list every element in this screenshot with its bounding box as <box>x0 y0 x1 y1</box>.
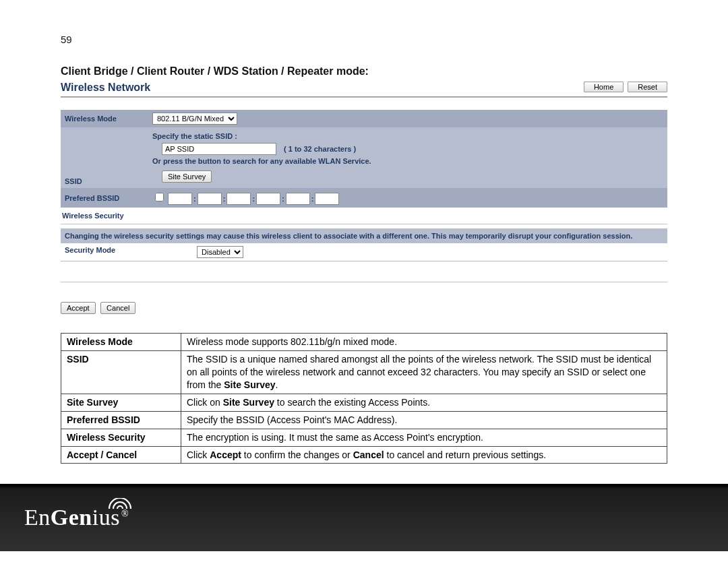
mac-2[interactable] <box>198 193 222 205</box>
chars-note: ( 1 to 32 characters ) <box>284 145 356 153</box>
desc-key: Site Survey <box>61 394 181 411</box>
settings-form: Wireless Mode 802.11 B/G/N Mixed SSID Sp… <box>61 110 667 208</box>
desc-key: Preferred BSSID <box>61 411 181 429</box>
mac-3[interactable] <box>226 193 251 205</box>
desc-value: Wireless mode supports 802.11b/g/n mixed… <box>181 334 667 351</box>
reset-button[interactable]: Reset <box>628 82 667 92</box>
desc-value: Click on Site Survey to search the exist… <box>181 394 667 411</box>
divider <box>61 282 667 282</box>
wireless-mode-select[interactable]: 802.11 B/G/N Mixed <box>152 113 237 125</box>
bssid-checkbox[interactable] <box>155 193 164 201</box>
panel-title: Wireless Network <box>61 82 150 94</box>
desc-key: Wireless Security <box>61 429 181 446</box>
desc-key: Accept / Cancel <box>61 446 181 464</box>
home-button[interactable]: Home <box>584 82 624 92</box>
desc-value: The encryption is using. It must the sam… <box>181 429 667 446</box>
mac-1[interactable] <box>168 193 192 205</box>
page-number: 59 <box>61 34 667 45</box>
description-table: Wireless ModeWireless mode supports 802.… <box>61 333 667 464</box>
wireless-mode-label: Wireless Mode <box>61 110 148 127</box>
warning-text: Changing the wireless security settings … <box>61 228 667 243</box>
desc-key: SSID <box>61 351 181 394</box>
specify-ssid-text: Specify the static SSID : <box>152 130 663 143</box>
mac-4[interactable] <box>256 193 280 205</box>
wireless-security-heading: Wireless Security <box>62 212 667 220</box>
or-press-text: Or press the button to search for any av… <box>152 155 663 168</box>
prefered-bssid-label: Prefered BSSID <box>61 188 148 208</box>
accept-button[interactable]: Accept <box>61 302 96 314</box>
desc-value: Click Accept to confirm the changes or C… <box>181 446 667 464</box>
security-mode-select[interactable]: Disabled <box>197 246 243 258</box>
section-title: Client Bridge / Client Router / WDS Stat… <box>61 65 667 77</box>
ssid-input[interactable] <box>162 143 276 155</box>
mac-6[interactable] <box>315 193 339 205</box>
mac-5[interactable] <box>286 193 310 205</box>
divider <box>61 224 667 224</box>
site-survey-button[interactable]: Site Survey <box>162 170 212 183</box>
wifi-icon <box>108 498 132 510</box>
desc-value: The SSID is a unique named shared amongs… <box>181 351 667 394</box>
desc-key: Wireless Mode <box>61 334 181 351</box>
cancel-button[interactable]: Cancel <box>100 302 135 314</box>
desc-value: Specify the BSSID (Access Point's MAC Ad… <box>181 411 667 429</box>
engenius-logo: EnGenius® <box>24 505 129 530</box>
wireless-network-panel: Wireless Network Home Reset Wireless Mod… <box>61 82 667 464</box>
security-mode-label: Security Mode <box>65 246 197 258</box>
ssid-label: SSID <box>61 127 148 188</box>
divider <box>61 96 667 98</box>
footer: EnGenius® <box>0 484 728 551</box>
